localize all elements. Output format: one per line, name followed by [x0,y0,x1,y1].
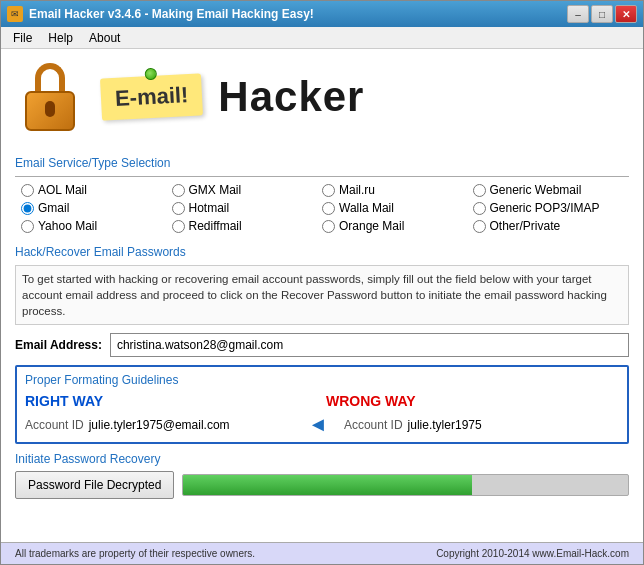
footer: All trademarks are property of their res… [1,542,643,564]
right-account-label: Account ID [25,418,84,432]
radio-yahoo[interactable]: Yahoo Mail [21,219,172,233]
title-bar: ✉ Email Hacker v3.4.6 - Making Email Hac… [1,1,643,27]
email-note: E-mail! [100,73,203,120]
radio-orange[interactable]: Orange Mail [322,219,473,233]
radio-walla[interactable]: Walla Mail [322,201,473,215]
progress-section: Initiate Password Recovery Password File… [15,452,629,507]
service-section: Email Service/Type Selection AOL Mail GM… [15,150,629,239]
app-icon: ✉ [7,6,23,22]
right-way-label: RIGHT WAY [25,393,103,409]
radio-aol[interactable]: AOL Mail [21,183,172,197]
minimize-button[interactable]: – [567,5,589,23]
close-button[interactable]: ✕ [615,5,637,23]
hacker-title: Hacker [218,73,364,121]
main-content: E-mail! Hacker Email Service/Type Select… [1,49,643,542]
hack-section-header: Hack/Recover Email Passwords [15,245,629,259]
email-row: Email Address: [15,333,629,357]
app-window: ✉ Email Hacker v3.4.6 - Making Email Hac… [0,0,644,565]
format-wrong-way: WRONG WAY [326,393,619,409]
wrong-account-label: Account ID [344,418,403,432]
radio-mailru[interactable]: Mail.ru [322,183,473,197]
radio-hotmail[interactable]: Hotmail [172,201,323,215]
format-section-header: Proper Formating Guidelines [25,373,619,387]
email-label: Email Address: [15,338,102,352]
radio-rediffmail[interactable]: Rediffmail [172,219,323,233]
header-area: E-mail! Hacker [15,59,629,140]
format-right-way: RIGHT WAY [25,393,318,409]
hack-description: To get started with hacking or recoverin… [15,265,629,325]
wrong-account-value: julie.tyler1975 [408,418,482,432]
format-section: Proper Formating Guidelines RIGHT WAY WR… [15,365,629,444]
hack-section: Hack/Recover Email Passwords To get star… [15,239,629,333]
decrypt-button[interactable]: Password File Decrypted [15,471,174,499]
radio-other[interactable]: Other/Private [473,219,624,233]
menu-bar: File Help About [1,27,643,49]
footer-copyright: Copyright 2010-2014 www.Email-Hack.com [436,548,629,559]
note-pin [144,67,157,80]
email-input[interactable] [110,333,629,357]
radio-gmail[interactable]: Gmail [21,201,172,215]
footer-trademark: All trademarks are property of their res… [15,548,255,559]
right-account-value: julie.tyler1975@email.com [89,418,230,432]
padlock-container [15,59,85,134]
progress-bar-container [182,474,629,496]
window-controls: – □ ✕ [567,5,637,23]
radio-generic-webmail[interactable]: Generic Webmail [473,183,624,197]
format-row: RIGHT WAY WRONG WAY [25,393,619,409]
arrow-icon: ◄ [308,413,328,436]
menu-help[interactable]: Help [40,29,81,47]
menu-about[interactable]: About [81,29,128,47]
format-example-row: Account ID julie.tyler1975@email.com ◄ A… [25,413,619,436]
radio-gmx[interactable]: GMX Mail [172,183,323,197]
service-section-header: Email Service/Type Selection [15,156,629,170]
progress-bar-fill [183,475,472,495]
window-title: Email Hacker v3.4.6 - Making Email Hacki… [29,7,314,21]
progress-row: Password File Decrypted [15,471,629,499]
service-radio-group: AOL Mail GMX Mail Mail.ru Generic Webmai… [15,183,629,233]
padlock-icon [21,63,79,131]
wrong-way-label: WRONG WAY [326,393,416,409]
maximize-button[interactable]: □ [591,5,613,23]
progress-section-header: Initiate Password Recovery [15,452,629,466]
menu-file[interactable]: File [5,29,40,47]
radio-pop3[interactable]: Generic POP3/IMAP [473,201,624,215]
